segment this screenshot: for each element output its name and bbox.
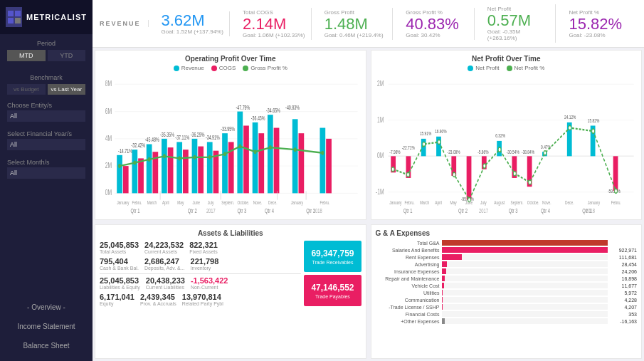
assets-second-row: 795,404 Cash & Bank Bal. 2,686,247 Depos…	[100, 257, 301, 271]
ga-total-label: Total G&A	[376, 241, 440, 246]
svg-text:June: June	[465, 199, 473, 205]
svg-point-54	[148, 157, 151, 162]
netpct-goal: Goal: -23.08%	[569, 32, 631, 38]
svg-text:Qtr 3: Qtr 3	[508, 207, 517, 215]
svg-rect-35	[222, 133, 228, 193]
ga-item-label: -Trade License / SSHP	[376, 305, 440, 310]
svg-text:-1M: -1M	[376, 187, 384, 196]
current-assets-value: 24,223,532	[144, 241, 184, 249]
svg-text:-30.54%: -30.54%	[506, 149, 519, 155]
bench-budget-button[interactable]: vs Budget	[7, 84, 46, 95]
ga-item-bar-container	[442, 304, 608, 310]
svg-text:-35.35%: -35.35%	[160, 132, 174, 137]
sidebar-item-balance[interactable]: Balance Sheet	[0, 336, 93, 355]
svg-point-133	[513, 172, 516, 176]
ga-item-row: Rent Expenses 111,681	[376, 254, 638, 260]
month-filter: Select Month/s All	[0, 155, 93, 183]
kpi-row: REVENUE 3.62M Goal: 1.52M (+137.94%) Tot…	[93, 0, 644, 48]
svg-point-129	[453, 172, 455, 177]
svg-rect-14	[117, 155, 122, 194]
trade-receivables-value: 69,347,759	[311, 248, 354, 258]
sidebar-nav: - Overview - Income Statement Balance Sh…	[0, 292, 93, 361]
svg-text:24.12%: 24.12%	[564, 114, 576, 120]
svg-point-62	[269, 145, 272, 150]
svg-rect-15	[123, 166, 129, 193]
svg-text:-36.43%: -36.43%	[251, 115, 265, 121]
svg-text:2M: 2M	[376, 80, 383, 88]
gross-value: 1.48M	[324, 16, 387, 32]
legend-revenue-dot	[174, 66, 179, 71]
svg-text:May: May	[450, 199, 457, 206]
svg-text:2017: 2017	[479, 207, 488, 215]
svg-text:-5.86%: -5.86%	[477, 149, 489, 155]
svg-text:Dece.: Dece.	[268, 199, 278, 205]
svg-text:Qtr 3: Qtr 3	[237, 207, 246, 215]
svg-rect-26	[176, 142, 182, 193]
kpi-netprofit: Net Profit 0.57M Goal: -0.35M (+263.16%)	[482, 4, 556, 43]
entity-select[interactable]: All	[7, 110, 85, 122]
ga-item-value: 111,681	[610, 255, 637, 260]
ga-item-bar-container	[442, 254, 608, 260]
svg-text:-33.95%: -33.95%	[221, 126, 235, 132]
svg-rect-45	[274, 128, 280, 194]
svg-text:2017: 2017	[206, 207, 216, 215]
ga-item-row: -Trade License / SSHP 4,207	[376, 304, 638, 310]
liabilities-bottom-row: 6,171,041 Equity 2,439,345 Prov. & Accru…	[100, 293, 301, 306]
ga-item-value: 353	[610, 312, 637, 317]
net-chart-legend: Net Profit Net Profit %	[376, 65, 638, 71]
svg-point-127	[422, 142, 425, 146]
svg-text:Octobe.: Octobe.	[527, 199, 539, 205]
svg-text:8M: 8M	[105, 80, 112, 88]
bench-lastyear-button[interactable]: vs Last Year	[48, 84, 86, 95]
svg-text:-34.91%: -34.91%	[206, 135, 220, 140]
non-current-value: -1,563,422	[191, 276, 228, 285]
svg-text:January: January	[291, 199, 304, 206]
trade-payables-value: 47,146,552	[311, 283, 354, 293]
ga-item-value: 4,207	[610, 305, 637, 310]
ga-item-label: Vehicle Cost	[376, 283, 440, 288]
ga-item-bar	[442, 254, 462, 260]
current-assets-label: Current Assets	[144, 249, 184, 254]
svg-rect-41	[253, 122, 258, 194]
month-select[interactable]: All	[7, 167, 85, 179]
kpi-grosspct: Gross Profit % 40.83% Goal: 30.42%	[400, 8, 475, 40]
non-current-label: Non-Current	[191, 285, 228, 290]
ga-item-bar	[442, 247, 608, 253]
period-mtd-button[interactable]: MTD	[7, 50, 46, 61]
revenue-value: 3.62M	[162, 13, 224, 28]
ga-item-bar	[442, 268, 446, 274]
entity-label: Choose Entity/s	[7, 102, 85, 109]
svg-rect-38	[237, 112, 243, 194]
netprofit-value: 0.57M	[487, 13, 550, 28]
period-ytd-button[interactable]: YTD	[48, 50, 86, 61]
net-profit-chart: Net Profit Over Time Net Profit Net Prof…	[371, 50, 643, 220]
ga-item-row: Advertising 28,454	[376, 261, 638, 267]
svg-text:15.82%: 15.82%	[587, 117, 599, 123]
period-label: Period	[7, 40, 85, 47]
financial-year-select[interactable]: All	[7, 139, 85, 150]
svg-text:-22.71%: -22.71%	[401, 145, 414, 150]
svg-rect-50	[320, 128, 325, 194]
svg-rect-39	[243, 125, 249, 193]
svg-point-63	[294, 147, 297, 152]
svg-text:Qtr 2: Qtr 2	[458, 207, 468, 215]
legend-netpct-dot	[507, 66, 512, 71]
sidebar-item-income[interactable]: Income Statement	[0, 317, 93, 336]
gross-goal: Goal: 0.46M (+219.4%)	[324, 32, 387, 38]
total-assets-value: 25,045,853	[100, 241, 139, 249]
svg-text:July: July	[208, 199, 214, 206]
benchmark-buttons: vs Budget vs Last Year	[7, 84, 85, 95]
svg-text:-23.08%: -23.08%	[447, 149, 460, 155]
svg-text:Qtr 1: Qtr 1	[403, 207, 412, 215]
ga-item-bar-container	[442, 290, 608, 295]
ga-item-label: +Other Expenses	[376, 319, 440, 324]
svg-text:-37.11%: -37.11%	[175, 135, 189, 140]
svg-point-61	[254, 150, 257, 154]
main-content: REVENUE 3.62M Goal: 1.52M (+137.94%) Tot…	[93, 0, 644, 361]
net-chart-title: Net Profit Over Time	[376, 55, 638, 63]
ga-item-row: Communication 4,228	[376, 297, 638, 303]
svg-rect-44	[268, 115, 273, 193]
inventory-value: 221,798	[191, 257, 219, 266]
sidebar-item-overview[interactable]: - Overview -	[0, 298, 93, 317]
svg-text:April: April	[435, 199, 442, 206]
